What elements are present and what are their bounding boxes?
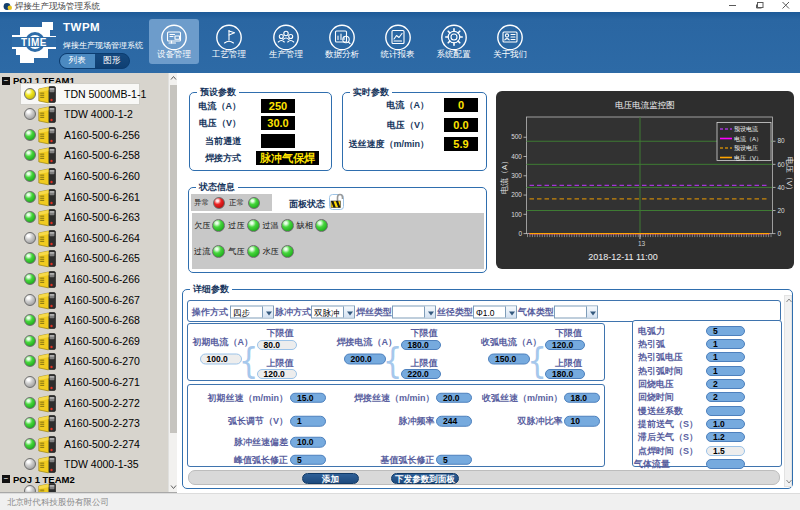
tree-item[interactable]: A160-500-6-269 xyxy=(0,331,167,352)
alarm-label: 异常 xyxy=(194,198,209,208)
extra-param-value[interactable]: 2 xyxy=(706,379,745,389)
tree-item[interactable]: A160-500-6-263 xyxy=(0,207,167,228)
tree-item[interactable]: A160-500-6-258 xyxy=(0,145,167,166)
wire-param-value[interactable]: 15.0 xyxy=(290,392,326,403)
wire-param-value[interactable]: 5 xyxy=(436,454,472,465)
tree-item[interactable] xyxy=(0,481,167,494)
chevron-down-icon[interactable] xyxy=(586,307,597,318)
send-params-button[interactable]: 下发参数到面板 xyxy=(391,473,459,485)
nav-item-label: 生产管理 xyxy=(261,49,311,61)
sidebar-scrollbar[interactable] xyxy=(168,73,177,492)
tree-item[interactable]: A160-500-2-272 xyxy=(0,393,167,414)
wire-param-value[interactable]: 10.0 xyxy=(290,437,326,448)
chevron-down-icon[interactable] xyxy=(424,307,435,318)
pill-value-text: 150.0 xyxy=(495,354,516,364)
current-main-value[interactable]: 200.0 xyxy=(344,353,386,364)
extra-param-value[interactable]: 5 xyxy=(706,326,745,336)
dropdown-label: 气体类型 xyxy=(518,306,554,319)
device-status-led xyxy=(24,211,36,223)
extra-param-label: 回烧时间 xyxy=(638,391,674,404)
minimize-button[interactable] xyxy=(726,0,739,11)
dropdown-5[interactable] xyxy=(554,306,598,319)
scroll-down-icon[interactable] xyxy=(169,481,177,492)
extra-param-value[interactable]: 1 xyxy=(706,352,745,362)
extra-param-label: 提前送气（S） xyxy=(638,417,698,430)
extra-param-value[interactable]: 1 xyxy=(706,366,745,376)
chevron-down-icon[interactable] xyxy=(343,307,354,318)
welder-device-icon xyxy=(38,105,57,124)
tree-item[interactable]: A160-500-2-274 xyxy=(0,434,167,455)
extra-param-value[interactable]: 2 xyxy=(706,392,745,402)
add-button[interactable]: 添加 xyxy=(302,473,359,485)
lower-limit-value[interactable]: 80.0 xyxy=(257,340,297,350)
extra-param-value[interactable]: 1.5 xyxy=(706,446,745,456)
wire-param-value[interactable]: 5 xyxy=(290,454,326,465)
chevron-down-icon[interactable] xyxy=(505,307,516,318)
wire-param-value[interactable]: 10 xyxy=(564,416,600,427)
extra-param-value[interactable]: 1 xyxy=(706,339,745,349)
extra-param-value[interactable]: 1.0 xyxy=(706,419,745,429)
current-main-value[interactable]: 150.0 xyxy=(488,353,530,364)
nav-item-4[interactable]: 数据分析 xyxy=(317,19,367,64)
realtime-params-title: 实时参数 xyxy=(350,87,392,98)
device-name: TDW 4000-1-35 xyxy=(64,458,139,470)
tree-item[interactable]: A160-500-6-268 xyxy=(0,310,167,331)
wire-params-box: 初期丝速（m/min）15.0焊接丝速（m/min）20.0收弧丝速（m/min… xyxy=(187,384,605,467)
tree-item[interactable]: A160-500-6-270 xyxy=(0,351,167,372)
dropdown-1[interactable]: 四步 xyxy=(230,306,274,319)
signal-label: 欠压 xyxy=(194,220,210,231)
tree-item[interactable]: A160-500-6-266 xyxy=(0,269,167,290)
sidebar-scroll-thumb[interactable] xyxy=(170,85,177,433)
view-button-list[interactable]: 列表 xyxy=(60,54,95,68)
upper-limit-value[interactable]: 120.0 xyxy=(257,369,297,379)
wire-param-value[interactable]: 244 xyxy=(436,416,472,427)
app-header: TIME TWPM 焊接生产现场管理系统 列表图形 设备管理工艺管理生产管理数据… xyxy=(0,12,800,73)
extra-param-value[interactable]: 1.2 xyxy=(706,432,745,442)
nav-item-1[interactable]: 设备管理 xyxy=(149,19,199,64)
tree-item[interactable]: A160-500-6-264 xyxy=(0,228,167,249)
wire-param-value[interactable]: 18.0 xyxy=(564,392,600,403)
close-button[interactable] xyxy=(779,0,792,11)
brace-glyph: { xyxy=(239,339,259,380)
lower-limit-value[interactable]: 180.0 xyxy=(401,340,441,350)
tree-item[interactable]: A160-500-6-271 xyxy=(0,372,167,393)
device-tree-sidebar: −POJ 1 TEAM1TDN 5000MB-1-1TDW 4000-1-2A1… xyxy=(0,73,177,493)
tree-item[interactable]: A160-500-6-265 xyxy=(0,248,167,269)
chevron-down-icon[interactable] xyxy=(262,307,273,318)
nav-item-6[interactable]: 系统配置 xyxy=(429,19,479,64)
wire-param-label: 双脉冲比率 xyxy=(518,415,563,428)
nav-item-5[interactable]: 统计报表 xyxy=(373,19,423,64)
dropdown-2[interactable]: 双脉冲 xyxy=(311,306,355,319)
wire-param-value[interactable]: 1 xyxy=(290,416,326,427)
wire-param-value[interactable]: 20.0 xyxy=(436,392,472,403)
signal-pair: 过压 xyxy=(228,219,262,232)
current-main-value[interactable]: 100.0 xyxy=(200,353,242,364)
extra-param-value[interactable] xyxy=(706,406,745,416)
tree-item[interactable]: A160-500-6-260 xyxy=(0,166,167,187)
detail-vertical-scrollbar[interactable] xyxy=(784,295,792,487)
view-button-graph[interactable]: 图形 xyxy=(95,54,130,68)
scroll-up-icon[interactable] xyxy=(169,73,177,84)
welder-device-icon xyxy=(38,394,57,413)
wire-param-label: 焊接丝速（m/min） xyxy=(354,391,435,404)
nav-item-3[interactable]: 生产管理 xyxy=(261,19,311,64)
upper-limit-value[interactable]: 180.0 xyxy=(545,369,585,379)
extra-param-value[interactable] xyxy=(706,459,745,469)
nav-item-2[interactable]: 工艺管理 xyxy=(204,19,254,64)
nav-item-7[interactable]: 关于我们 xyxy=(485,19,535,64)
realtime-value: 0.0 xyxy=(444,118,478,132)
upper-limit-label: 上限值 xyxy=(411,356,438,369)
tree-item[interactable]: TDW 4000-1-2 xyxy=(0,104,167,125)
upper-limit-value[interactable]: 220.0 xyxy=(401,369,441,379)
lower-limit-value[interactable]: 120.0 xyxy=(545,340,585,350)
welder-device-icon xyxy=(38,229,57,248)
dropdown-3[interactable] xyxy=(392,306,436,319)
tree-item[interactable]: A160-500-6-261 xyxy=(0,187,167,208)
tree-item[interactable]: A160-500-2-273 xyxy=(0,413,167,434)
tree-item[interactable]: A160-500-6-267 xyxy=(0,290,167,311)
dropdown-4[interactable]: Φ1.0 xyxy=(473,306,517,319)
tree-item[interactable]: TDN 5000MB-1-1 xyxy=(0,84,167,105)
lower-limit-label: 下限值 xyxy=(411,326,438,339)
maximize-button[interactable] xyxy=(753,0,766,11)
tree-item[interactable]: A160-500-6-256 xyxy=(0,125,167,146)
